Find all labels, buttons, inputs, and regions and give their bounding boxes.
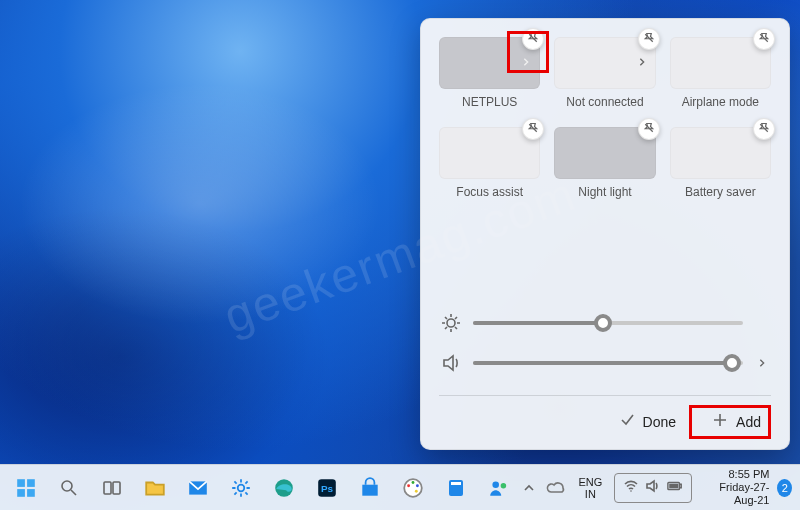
- svg-text:Ps: Ps: [321, 483, 334, 494]
- store-button[interactable]: [350, 468, 390, 508]
- tile-wrap-battery: Battery saver: [670, 127, 771, 199]
- bluetooth-tile-label: Not connected: [566, 95, 643, 109]
- notifications-button[interactable]: 2: [777, 479, 792, 497]
- notif-count: 2: [782, 482, 788, 494]
- battery-tile-label: Battery saver: [685, 185, 756, 199]
- svg-point-24: [492, 481, 499, 488]
- battery-tray-icon: [667, 478, 683, 498]
- sliders-section: [439, 303, 771, 383]
- volume-slider[interactable]: [473, 361, 743, 365]
- volume-fill: [473, 361, 732, 365]
- search-button[interactable]: [49, 468, 89, 508]
- done-button[interactable]: Done: [609, 408, 686, 435]
- edge-browser-button[interactable]: [264, 468, 304, 508]
- check-icon: [619, 412, 635, 431]
- add-button[interactable]: Add: [702, 408, 771, 435]
- lang-line1: ENG: [578, 476, 602, 488]
- svg-rect-29: [669, 483, 678, 487]
- unpin-nightlight-button[interactable]: [638, 118, 660, 140]
- brightness-icon: [441, 313, 461, 333]
- task-view-button[interactable]: [92, 468, 132, 508]
- unpin-icon: [527, 120, 539, 138]
- svg-rect-8: [27, 489, 35, 497]
- tile-wrap-nightlight: Night light: [554, 127, 655, 199]
- done-label: Done: [643, 414, 676, 430]
- volume-expand-button[interactable]: [755, 355, 769, 371]
- tile-wrap-airplane: Airplane mode: [670, 37, 771, 109]
- system-tray-network-volume-battery[interactable]: [614, 473, 692, 503]
- taskbar-right: ENG IN 8:55 PM Friday-27-Aug-21 2: [519, 468, 800, 508]
- start-button[interactable]: [6, 468, 46, 508]
- wifi-tray-icon: [623, 478, 639, 498]
- tile-wrap-focus: Focus assist: [439, 127, 540, 199]
- volume-slider-row: [439, 343, 771, 383]
- tray-overflow-button[interactable]: [519, 468, 538, 508]
- focus-tile-label: Focus assist: [456, 185, 523, 199]
- svg-point-26: [630, 490, 632, 492]
- unpin-icon: [758, 30, 770, 48]
- taskbar: Ps ENG IN: [0, 464, 800, 510]
- svg-point-18: [407, 484, 410, 487]
- photoshop-button[interactable]: Ps: [307, 468, 347, 508]
- wifi-tile-label: NETPLUS: [462, 95, 517, 109]
- svg-rect-28: [680, 484, 682, 488]
- brightness-slider-row: [439, 303, 771, 343]
- tile-wrap-bluetooth: Not connected: [554, 37, 655, 109]
- add-label: Add: [736, 414, 761, 430]
- unpin-bluetooth-button[interactable]: [638, 28, 660, 50]
- svg-rect-5: [17, 479, 25, 487]
- volume-icon: [441, 353, 461, 373]
- language-switcher[interactable]: ENG IN: [574, 476, 606, 500]
- unpin-wifi-button[interactable]: [522, 28, 544, 50]
- tile-wrap-wifi: NETPLUS: [439, 37, 540, 109]
- brightness-thumb[interactable]: [594, 314, 612, 332]
- lang-line2: IN: [578, 488, 602, 500]
- calculator-button[interactable]: [436, 468, 476, 508]
- clock-date: Friday-27-Aug-21: [700, 481, 769, 507]
- svg-point-13: [238, 484, 245, 491]
- unpin-icon: [527, 30, 539, 48]
- file-explorer-button[interactable]: [135, 468, 175, 508]
- people-app-button[interactable]: [479, 468, 519, 508]
- onedrive-tray-icon[interactable]: [546, 481, 566, 495]
- mail-app-button[interactable]: [178, 468, 218, 508]
- volume-thumb[interactable]: [723, 354, 741, 372]
- brightness-slider[interactable]: [473, 321, 743, 325]
- clock-time: 8:55 PM: [700, 468, 769, 481]
- svg-point-20: [416, 484, 419, 487]
- quick-settings-tiles-row2: Focus assist Night light: [439, 127, 771, 199]
- taskbar-clock[interactable]: 8:55 PM Friday-27-Aug-21: [700, 468, 769, 507]
- unpin-icon: [643, 30, 655, 48]
- svg-point-21: [415, 489, 418, 492]
- svg-rect-6: [27, 479, 35, 487]
- chevron-right-icon[interactable]: [637, 56, 647, 70]
- quick-settings-panel: NETPLUS Not connected: [420, 18, 790, 450]
- unpin-battery-button[interactable]: [753, 118, 775, 140]
- plus-icon: [712, 412, 728, 431]
- quick-settings-tiles-row1: NETPLUS Not connected: [439, 37, 771, 109]
- svg-rect-11: [113, 482, 120, 494]
- svg-rect-23: [451, 482, 461, 485]
- volume-tray-icon: [645, 478, 661, 498]
- svg-rect-7: [17, 489, 25, 497]
- brightness-fill: [473, 321, 603, 325]
- chevron-right-icon[interactable]: [521, 56, 531, 70]
- airplane-tile-label: Airplane mode: [682, 95, 759, 109]
- paint-app-button[interactable]: [393, 468, 433, 508]
- unpin-airplane-button[interactable]: [753, 28, 775, 50]
- unpin-icon: [758, 120, 770, 138]
- panel-footer: Done Add: [439, 395, 771, 435]
- nightlight-tile-label: Night light: [578, 185, 631, 199]
- taskbar-left: Ps: [0, 468, 519, 508]
- unpin-icon: [643, 120, 655, 138]
- svg-rect-10: [104, 482, 111, 494]
- svg-point-25: [501, 483, 507, 489]
- svg-point-19: [412, 481, 415, 484]
- settings-app-button[interactable]: [221, 468, 261, 508]
- svg-point-4: [447, 319, 455, 327]
- unpin-focus-button[interactable]: [522, 118, 544, 140]
- svg-point-9: [62, 481, 72, 491]
